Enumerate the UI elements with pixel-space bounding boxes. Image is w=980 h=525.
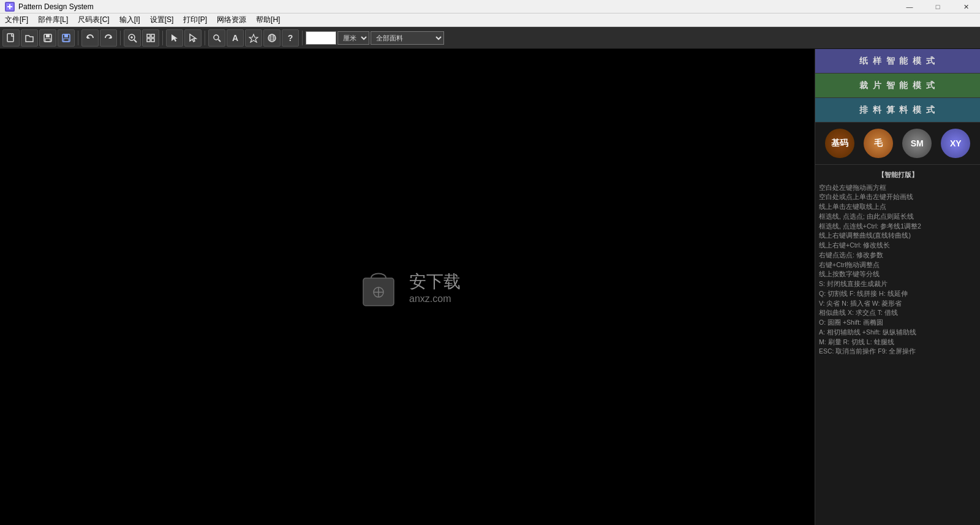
- arrange-mode-button[interactable]: 排 料 算 料 模 式: [815, 98, 980, 123]
- title-bar: Pattern Design System — □ ✕: [0, 0, 980, 13]
- circle-buttons-row: 基码 毛 SM XY: [815, 123, 980, 165]
- minimize-button[interactable]: —: [895, 0, 924, 13]
- unit-select[interactable]: 厘米 英寸 毫米: [337, 31, 369, 45]
- svg-rect-17: [151, 34, 154, 37]
- separator-1: [78, 31, 78, 45]
- menu-file[interactable]: 文件[F]: [0, 13, 33, 26]
- help-line-1: 空白处左键拖动画方框: [819, 183, 976, 193]
- svg-marker-21: [190, 34, 196, 42]
- help-icon-button[interactable]: ?: [282, 29, 299, 47]
- separator-2: [120, 31, 121, 45]
- main-area: 安下载 anxz.com 纸 样 智 能 模 式 裁 片 智 能 模 式 排 料…: [0, 49, 980, 525]
- globe-button[interactable]: [263, 29, 281, 47]
- close-button[interactable]: ✕: [952, 0, 980, 13]
- svg-rect-19: [151, 39, 154, 42]
- svg-marker-10: [87, 36, 90, 39]
- svg-rect-2: [9, 4, 10, 9]
- help-title: 【智能打版】: [819, 170, 976, 181]
- undo-button[interactable]: [81, 29, 99, 47]
- window-title: Pattern Design System: [18, 2, 94, 11]
- open-button[interactable]: [21, 29, 38, 47]
- value-input[interactable]: [306, 31, 336, 45]
- toolbar: A ? 厘米 英寸 毫米 全部面料: [0, 27, 980, 49]
- svg-line-23: [219, 39, 221, 42]
- help-line-18: ESC: 取消当前操作 F9: 全屏操作: [819, 347, 976, 357]
- help-line-13: V: 尖省 N: 插入省 W: 菱形省: [819, 299, 976, 309]
- help-line-12: Q: 切割线 F: 线拼接 H: 线延伸: [819, 289, 976, 299]
- svg-line-13: [134, 40, 137, 42]
- canvas-area[interactable]: 安下载 anxz.com: [0, 49, 815, 525]
- maximize-button[interactable]: □: [924, 0, 952, 13]
- svg-rect-18: [147, 39, 150, 42]
- svg-point-22: [214, 35, 219, 40]
- help-line-4: 框选线, 点选点; 由此点则延长线: [819, 212, 976, 222]
- fabric-select[interactable]: 全部面料: [371, 31, 444, 45]
- menu-library[interactable]: 部件库[L]: [33, 13, 73, 26]
- select-button[interactable]: [166, 29, 183, 47]
- help-line-15: O: 圆圈 +Shift: 画椭圆: [819, 318, 976, 328]
- help-line-2: 空白处或点上单击左键开始画线: [819, 192, 976, 202]
- help-line-14: 相似曲线 X: 求交点 T: 借线: [819, 308, 976, 318]
- watermark-text: 安下载: [409, 270, 461, 293]
- search-button[interactable]: [208, 29, 225, 47]
- text-button[interactable]: A: [227, 29, 244, 47]
- save-as-button[interactable]: [58, 29, 75, 47]
- svg-rect-5: [46, 34, 50, 37]
- help-line-5: 框选线, 点连线+Ctrl: 参考线1调整2: [819, 222, 976, 232]
- select-alt-button[interactable]: [184, 29, 202, 47]
- sm-button[interactable]: SM: [902, 129, 932, 158]
- menu-input[interactable]: 输入[I]: [115, 13, 145, 26]
- cut-mode-button[interactable]: 裁 片 智 能 模 式: [815, 74, 980, 98]
- separator-5: [302, 31, 303, 45]
- new-button[interactable]: [2, 29, 20, 47]
- app-icon: [5, 2, 15, 12]
- watermark-url: anxz.com: [409, 293, 461, 304]
- help-line-7: 线上右键+Ctrl: 修改线长: [819, 241, 976, 251]
- xy-button[interactable]: XY: [941, 129, 970, 158]
- paper-mode-button[interactable]: 纸 样 智 能 模 式: [815, 49, 980, 74]
- svg-marker-20: [172, 34, 178, 42]
- help-line-16: A: 相切辅助线 +Shift: 纵纵辅助线: [819, 328, 976, 338]
- help-line-3: 线上单击左键取线上点: [819, 202, 976, 212]
- separator-4: [205, 31, 205, 45]
- help-line-6: 线上右键调整曲线(直线转曲线): [819, 231, 976, 241]
- right-panel: 纸 样 智 能 模 式 裁 片 智 能 模 式 排 料 算 料 模 式 基码 毛…: [815, 49, 980, 525]
- menu-print[interactable]: 打印[P]: [178, 13, 212, 26]
- help-line-17: M: 刷量 R: 切线 L: 蛙腿线: [819, 338, 976, 347]
- view-button[interactable]: [142, 29, 159, 47]
- menu-settings[interactable]: 设置[S]: [145, 13, 179, 26]
- svg-rect-8: [64, 34, 68, 37]
- base-code-button[interactable]: 基码: [825, 129, 854, 158]
- menu-size-table[interactable]: 尺码表[C]: [73, 13, 114, 26]
- svg-rect-16: [147, 34, 150, 37]
- pin-button[interactable]: [245, 29, 262, 47]
- save-button[interactable]: [39, 29, 56, 47]
- help-line-8: 右键点选点: 修改参数: [819, 251, 976, 260]
- svg-marker-24: [249, 34, 258, 42]
- mao-button[interactable]: 毛: [864, 129, 893, 158]
- help-text-panel: 【智能打版】 空白处左键拖动画方框 空白处或点上单击左键开始画线 线上单击左键取…: [815, 165, 980, 525]
- redo-button[interactable]: [100, 29, 117, 47]
- zoom-button[interactable]: [124, 29, 141, 47]
- window-controls: — □ ✕: [895, 0, 980, 13]
- help-line-10: 线上按数字键等分线: [819, 270, 976, 279]
- separator-3: [162, 31, 163, 45]
- svg-marker-11: [108, 36, 111, 39]
- svg-rect-3: [7, 34, 13, 42]
- help-line-9: 右键+Ctrl拖动调整点: [819, 260, 976, 270]
- menu-bar: 文件[F] 部件库[L] 尺码表[C] 输入[I] 设置[S] 打印[P] 网络…: [0, 13, 980, 27]
- menu-help[interactable]: 帮助[H]: [251, 13, 285, 26]
- watermark: 安下载 anxz.com: [354, 263, 461, 312]
- help-line-11: S: 封闭线直接生成裁片: [819, 279, 976, 289]
- menu-network[interactable]: 网络资源: [212, 13, 251, 26]
